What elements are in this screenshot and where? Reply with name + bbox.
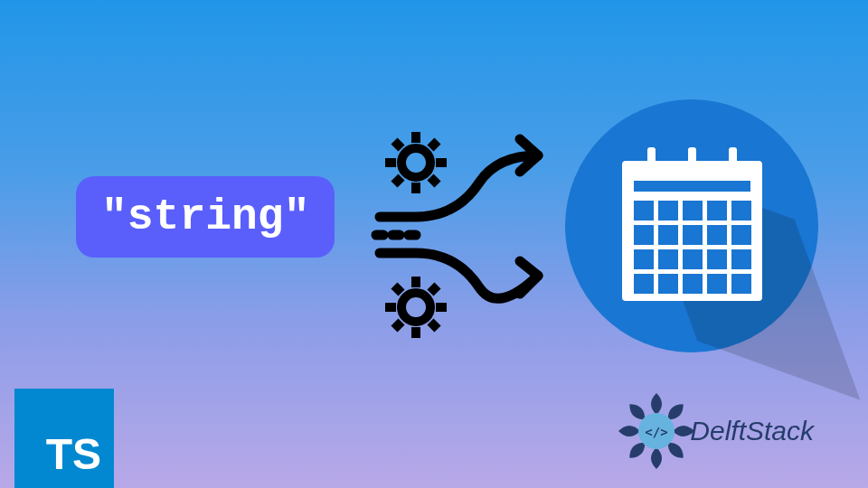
calendar-icon bbox=[618, 145, 767, 307]
delftstack-brand-text: DelftStack bbox=[690, 416, 814, 446]
svg-rect-35 bbox=[731, 225, 751, 245]
svg-line-8 bbox=[394, 141, 401, 148]
calendar-circle bbox=[565, 99, 818, 352]
svg-text:</>: </> bbox=[646, 425, 668, 439]
svg-rect-23 bbox=[647, 147, 656, 171]
svg-rect-28 bbox=[683, 201, 703, 221]
svg-line-11 bbox=[430, 286, 438, 293]
svg-rect-22 bbox=[634, 181, 750, 192]
svg-rect-25 bbox=[729, 147, 737, 171]
svg-rect-27 bbox=[658, 201, 678, 221]
svg-rect-32 bbox=[658, 225, 678, 245]
svg-rect-30 bbox=[731, 201, 751, 221]
svg-rect-42 bbox=[658, 274, 678, 294]
svg-rect-36 bbox=[634, 249, 654, 269]
svg-rect-26 bbox=[634, 201, 654, 221]
svg-rect-29 bbox=[707, 201, 727, 221]
svg-rect-39 bbox=[707, 249, 727, 269]
svg-rect-45 bbox=[731, 274, 751, 294]
typescript-logo: TS bbox=[14, 389, 114, 488]
svg-line-2 bbox=[430, 141, 438, 148]
svg-rect-37 bbox=[658, 249, 678, 269]
svg-line-13 bbox=[430, 322, 438, 329]
svg-rect-44 bbox=[707, 274, 727, 294]
svg-line-17 bbox=[394, 286, 401, 293]
delftstack-rosette-icon: </> bbox=[616, 390, 697, 472]
gear-icon bbox=[385, 132, 447, 193]
svg-point-9 bbox=[401, 293, 430, 322]
svg-rect-38 bbox=[683, 249, 703, 269]
svg-rect-33 bbox=[683, 225, 703, 245]
delftstack-logo: </> DelftStack bbox=[616, 390, 814, 472]
svg-rect-43 bbox=[683, 274, 703, 294]
typescript-logo-text: TS bbox=[46, 429, 101, 479]
svg-rect-31 bbox=[634, 225, 654, 245]
string-literal-text: "string" bbox=[101, 192, 309, 241]
svg-line-6 bbox=[394, 177, 401, 184]
transform-gears-icon bbox=[371, 117, 579, 352]
svg-rect-24 bbox=[688, 147, 696, 171]
svg-rect-34 bbox=[707, 225, 727, 245]
svg-line-4 bbox=[430, 177, 438, 184]
string-literal-box: "string" bbox=[76, 176, 335, 258]
gear-icon bbox=[385, 277, 447, 338]
svg-point-0 bbox=[401, 148, 430, 177]
svg-rect-41 bbox=[634, 274, 654, 294]
svg-rect-40 bbox=[731, 249, 751, 269]
svg-line-15 bbox=[394, 322, 401, 329]
